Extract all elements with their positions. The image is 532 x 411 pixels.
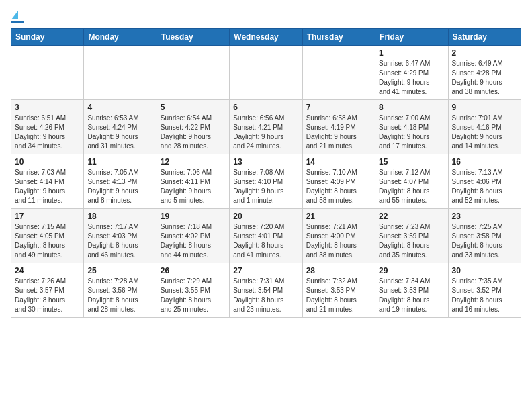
day-info: Sunrise: 6:53 AM Sunset: 4:24 PM Dayligh… bbox=[87, 113, 152, 151]
day-number: 23 bbox=[452, 212, 517, 221]
day-info: Sunrise: 7:35 AM Sunset: 3:52 PM Dayligh… bbox=[452, 277, 517, 314]
day-info: Sunrise: 7:17 AM Sunset: 4:03 PM Dayligh… bbox=[87, 222, 152, 260]
day-info: Sunrise: 7:03 AM Sunset: 4:14 PM Dayligh… bbox=[15, 168, 80, 205]
calendar-cell: 14Sunrise: 7:10 AM Sunset: 4:09 PM Dayli… bbox=[302, 154, 375, 209]
calendar-cell: 26Sunrise: 7:29 AM Sunset: 3:55 PM Dayli… bbox=[157, 263, 229, 318]
calendar-cell: 27Sunrise: 7:31 AM Sunset: 3:54 PM Dayli… bbox=[230, 263, 302, 318]
calendar-cell: 21Sunrise: 7:21 AM Sunset: 4:00 PM Dayli… bbox=[302, 209, 375, 263]
day-number: 5 bbox=[161, 103, 226, 112]
day-info: Sunrise: 7:13 AM Sunset: 4:06 PM Dayligh… bbox=[452, 168, 517, 205]
day-info: Sunrise: 7:25 AM Sunset: 3:58 PM Dayligh… bbox=[452, 222, 517, 260]
weekday-header-sunday: Sunday bbox=[11, 29, 84, 46]
day-info: Sunrise: 6:56 AM Sunset: 4:21 PM Dayligh… bbox=[233, 113, 298, 151]
calendar-cell: 6Sunrise: 6:56 AM Sunset: 4:21 PM Daylig… bbox=[230, 100, 302, 154]
calendar-cell: 8Sunrise: 7:00 AM Sunset: 4:18 PM Daylig… bbox=[375, 100, 448, 154]
day-info: Sunrise: 7:15 AM Sunset: 4:05 PM Dayligh… bbox=[15, 222, 80, 260]
day-number: 1 bbox=[379, 48, 444, 58]
day-info: Sunrise: 7:12 AM Sunset: 4:07 PM Dayligh… bbox=[379, 168, 444, 205]
weekday-header-row: SundayMondayTuesdayWednesdayThursdayFrid… bbox=[11, 29, 521, 46]
day-number: 26 bbox=[161, 266, 226, 275]
day-info: Sunrise: 7:18 AM Sunset: 4:02 PM Dayligh… bbox=[161, 222, 226, 260]
day-number: 20 bbox=[233, 212, 298, 221]
weekday-header-monday: Monday bbox=[84, 29, 157, 46]
calendar-cell: 13Sunrise: 7:08 AM Sunset: 4:10 PM Dayli… bbox=[230, 154, 302, 209]
day-info: Sunrise: 7:05 AM Sunset: 4:13 PM Dayligh… bbox=[87, 168, 152, 205]
day-number: 21 bbox=[306, 212, 371, 221]
day-number: 25 bbox=[87, 266, 152, 275]
day-number: 14 bbox=[306, 157, 371, 167]
day-number: 2 bbox=[452, 48, 517, 58]
day-number: 6 bbox=[233, 103, 298, 112]
weekday-header-saturday: Saturday bbox=[448, 29, 521, 46]
week-row-1: 1Sunrise: 6:47 AM Sunset: 4:29 PM Daylig… bbox=[11, 46, 521, 100]
day-number: 19 bbox=[161, 212, 226, 221]
day-number: 13 bbox=[233, 157, 298, 167]
week-row-5: 24Sunrise: 7:26 AM Sunset: 3:57 PM Dayli… bbox=[11, 263, 521, 318]
calendar-cell bbox=[230, 46, 302, 100]
day-info: Sunrise: 6:54 AM Sunset: 4:22 PM Dayligh… bbox=[161, 113, 226, 151]
day-info: Sunrise: 7:01 AM Sunset: 4:16 PM Dayligh… bbox=[452, 113, 517, 151]
day-info: Sunrise: 7:08 AM Sunset: 4:10 PM Dayligh… bbox=[233, 168, 298, 205]
weekday-header-thursday: Thursday bbox=[302, 29, 375, 46]
day-info: Sunrise: 6:58 AM Sunset: 4:19 PM Dayligh… bbox=[306, 113, 371, 151]
calendar-cell: 3Sunrise: 6:51 AM Sunset: 4:26 PM Daylig… bbox=[11, 100, 84, 154]
calendar-cell: 10Sunrise: 7:03 AM Sunset: 4:14 PM Dayli… bbox=[11, 154, 84, 209]
day-info: Sunrise: 6:51 AM Sunset: 4:26 PM Dayligh… bbox=[15, 113, 80, 151]
logo-arrow-icon bbox=[11, 11, 18, 19]
calendar-cell bbox=[157, 46, 229, 100]
calendar-cell: 28Sunrise: 7:32 AM Sunset: 3:53 PM Dayli… bbox=[302, 263, 375, 318]
day-info: Sunrise: 6:47 AM Sunset: 4:29 PM Dayligh… bbox=[379, 59, 444, 97]
day-number: 30 bbox=[452, 266, 517, 275]
day-info: Sunrise: 7:21 AM Sunset: 4:00 PM Dayligh… bbox=[306, 222, 371, 260]
day-number: 7 bbox=[306, 103, 371, 112]
day-info: Sunrise: 7:06 AM Sunset: 4:11 PM Dayligh… bbox=[161, 168, 226, 205]
calendar-cell: 12Sunrise: 7:06 AM Sunset: 4:11 PM Dayli… bbox=[157, 154, 229, 209]
calendar-cell: 24Sunrise: 7:26 AM Sunset: 3:57 PM Dayli… bbox=[11, 263, 84, 318]
calendar-cell: 29Sunrise: 7:34 AM Sunset: 3:53 PM Dayli… bbox=[375, 263, 448, 318]
day-number: 15 bbox=[379, 157, 444, 167]
calendar-cell bbox=[11, 46, 84, 100]
day-number: 9 bbox=[452, 103, 517, 112]
calendar-cell: 19Sunrise: 7:18 AM Sunset: 4:02 PM Dayli… bbox=[157, 209, 229, 263]
calendar-cell: 5Sunrise: 6:54 AM Sunset: 4:22 PM Daylig… bbox=[157, 100, 229, 154]
day-info: Sunrise: 6:49 AM Sunset: 4:28 PM Dayligh… bbox=[452, 59, 517, 97]
day-number: 10 bbox=[15, 157, 80, 167]
calendar-cell: 30Sunrise: 7:35 AM Sunset: 3:52 PM Dayli… bbox=[448, 263, 521, 318]
day-info: Sunrise: 7:31 AM Sunset: 3:54 PM Dayligh… bbox=[233, 277, 298, 314]
day-number: 4 bbox=[87, 103, 152, 112]
calendar-cell: 23Sunrise: 7:25 AM Sunset: 3:58 PM Dayli… bbox=[448, 209, 521, 263]
calendar-cell: 2Sunrise: 6:49 AM Sunset: 4:28 PM Daylig… bbox=[448, 46, 521, 100]
day-number: 29 bbox=[379, 266, 444, 275]
day-number: 24 bbox=[15, 266, 80, 275]
day-number: 11 bbox=[87, 157, 152, 167]
calendar-cell: 22Sunrise: 7:23 AM Sunset: 3:59 PM Dayli… bbox=[375, 209, 448, 263]
calendar-cell: 1Sunrise: 6:47 AM Sunset: 4:29 PM Daylig… bbox=[375, 46, 448, 100]
day-number: 12 bbox=[161, 157, 226, 167]
day-number: 17 bbox=[15, 212, 80, 221]
day-number: 28 bbox=[306, 266, 371, 275]
day-info: Sunrise: 7:28 AM Sunset: 3:56 PM Dayligh… bbox=[87, 277, 152, 314]
calendar-cell: 16Sunrise: 7:13 AM Sunset: 4:06 PM Dayli… bbox=[448, 154, 521, 209]
day-info: Sunrise: 7:20 AM Sunset: 4:01 PM Dayligh… bbox=[233, 222, 298, 260]
calendar-cell: 9Sunrise: 7:01 AM Sunset: 4:16 PM Daylig… bbox=[448, 100, 521, 154]
day-number: 16 bbox=[452, 157, 517, 167]
day-number: 22 bbox=[379, 212, 444, 221]
calendar-cell: 25Sunrise: 7:28 AM Sunset: 3:56 PM Dayli… bbox=[84, 263, 157, 318]
weekday-header-tuesday: Tuesday bbox=[157, 29, 229, 46]
day-info: Sunrise: 7:00 AM Sunset: 4:18 PM Dayligh… bbox=[379, 113, 444, 151]
calendar-cell: 4Sunrise: 6:53 AM Sunset: 4:24 PM Daylig… bbox=[84, 100, 157, 154]
calendar-cell: 18Sunrise: 7:17 AM Sunset: 4:03 PM Dayli… bbox=[84, 209, 157, 263]
calendar-cell bbox=[302, 46, 375, 100]
weekday-header-wednesday: Wednesday bbox=[230, 29, 302, 46]
calendar-cell: 17Sunrise: 7:15 AM Sunset: 4:05 PM Dayli… bbox=[11, 209, 84, 263]
calendar-table: SundayMondayTuesdayWednesdayThursdayFrid… bbox=[11, 28, 521, 318]
day-number: 3 bbox=[15, 103, 80, 112]
calendar-cell: 15Sunrise: 7:12 AM Sunset: 4:07 PM Dayli… bbox=[375, 154, 448, 209]
calendar-cell: 20Sunrise: 7:20 AM Sunset: 4:01 PM Dayli… bbox=[230, 209, 302, 263]
day-info: Sunrise: 7:32 AM Sunset: 3:53 PM Dayligh… bbox=[306, 277, 371, 314]
calendar-cell: 7Sunrise: 6:58 AM Sunset: 4:19 PM Daylig… bbox=[302, 100, 375, 154]
calendar-cell bbox=[84, 46, 157, 100]
week-row-3: 10Sunrise: 7:03 AM Sunset: 4:14 PM Dayli… bbox=[11, 154, 521, 209]
week-row-4: 17Sunrise: 7:15 AM Sunset: 4:05 PM Dayli… bbox=[11, 209, 521, 263]
calendar-cell: 11Sunrise: 7:05 AM Sunset: 4:13 PM Dayli… bbox=[84, 154, 157, 209]
